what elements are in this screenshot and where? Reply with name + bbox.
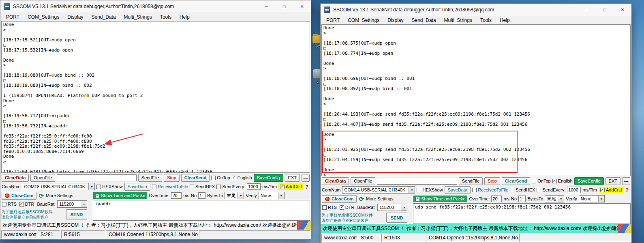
baudrate-select[interactable]: 115200 ▼ [57,200,87,208]
stop-button[interactable]: Stop [484,177,500,185]
hexshow-checkbox[interactable]: HEXShow [417,187,443,192]
more-settings-link[interactable]: More Settings [366,196,394,201]
maximize-button[interactable]: □ [596,4,614,16]
menu-port[interactable]: PORT [322,17,344,23]
save-config-button[interactable]: SaveConfig [574,177,604,185]
bytes-to-select[interactable]: 末尾 ▼ [545,195,564,202]
menu-port[interactable]: PORT [2,14,24,20]
save-data-button[interactable]: SaveData [124,183,150,191]
menu-com-settings[interactable]: COM_Settings [344,17,383,23]
save-data-button[interactable]: SaveData [445,186,471,194]
english-checkbox[interactable]: English [232,175,252,180]
menu-send-data[interactable]: Send_Data [408,17,440,23]
status-website-link[interactable]: www.daxia.com [1,230,37,239]
ontop-checkbox[interactable]: OnTop [532,178,550,183]
menu-tools[interactable]: Tools [156,14,175,20]
send-hex-checkbox[interactable]: SendHEX [510,187,535,192]
collapse-panel-button[interactable]: — [302,174,310,182]
send-file-button[interactable]: SendFile [459,177,483,185]
terminal-output[interactable]: Done > [18:17:15.521]OUT→◇udp open □ [18… [1,21,310,173]
send-button[interactable]: SEND [386,213,407,223]
received-to-file-checkbox[interactable]: ReceivedToFile [472,187,508,192]
titlebar[interactable]: SSCOM V5.13.1 Serial/Net data debugger,A… [321,4,631,16]
bytes-to-select[interactable]: 末尾 ▼ [225,192,244,199]
clear-data-button[interactable]: ClearData [2,174,29,182]
send-input[interactable]: udp send fd35:f22a:f22f:e25:ec09:2198:f8… [413,203,631,224]
send-every-checkbox[interactable]: SendEvery: [216,184,245,189]
clear-send-button[interactable]: ClearSend [502,177,530,185]
bytes-input[interactable] [198,192,205,199]
minimize-button[interactable]: ─ [578,4,596,16]
add-crlf-checkbox[interactable]: AddCrLf [599,187,624,193]
terminal-output[interactable]: Done > [18:17:08.575]OUT→◇udp open □ [18… [321,24,631,176]
send-every-checkbox[interactable]: SendEvery: [537,187,565,192]
show-time-checkbox[interactable]: Show Time and Packe [93,192,147,199]
send-input[interactable]: ipaddr [93,200,310,221]
menu-help[interactable]: Help [496,17,514,23]
refresh-ports-icon[interactable]: ⟳ [359,196,364,202]
baudrate-select[interactable]: 115200 ▼ [377,204,407,211]
close-button[interactable]: ✕ [293,0,311,13]
show-time-checkbox[interactable]: Show Time and Packe [413,196,467,202]
add-crlf-checkbox[interactable]: AddCrLf [278,183,304,190]
menu-send-data[interactable]: Send_Data [88,14,120,20]
verify-select[interactable]: None ▼ [259,192,285,199]
open-file-button[interactable]: OpenFile [351,177,375,185]
rts-checkbox[interactable]: RTS [2,202,17,206]
hexshow-checkbox[interactable]: HEXShow [96,184,122,189]
received-to-file-checkbox[interactable]: ReceivedToFile [152,184,188,189]
ext-button[interactable]: EXT [285,174,300,182]
ad-banner[interactable]: 欢迎使用专业串口调试工具SSCOM ！ 作者：习小猛(丁丁)，大虾电子网版主 最… [321,224,631,233]
minimize-button[interactable]: ─ [257,0,275,13]
ad-banner[interactable]: 欢迎使用专业串口调试工具SSCOM ！ 作者：习小猛(丁丁)，大虾电子网版主 最… [0,221,311,230]
close-com-button[interactable]: CloseCom [322,195,357,203]
collapse-panel-button[interactable]: — [622,177,630,185]
overtime-input[interactable] [171,192,182,199]
send-hex-checkbox[interactable]: SendHEX [190,184,215,189]
stop-button[interactable]: Stop [164,174,180,182]
rts-checkbox[interactable]: RTS [322,205,337,210]
maximize-button[interactable]: □ [275,0,293,13]
menu-com-settings[interactable]: COM_Settings [24,14,63,20]
file-path-input[interactable] [57,174,137,181]
verify-select[interactable]: None ▼ [579,195,605,202]
more-settings-link[interactable]: More Settings [46,193,73,198]
chevron-down-icon: ▼ [278,192,284,199]
status-port-info: COM14 Opened 115200bps,8,1,None,None [426,234,518,242]
send-interval-input[interactable] [567,187,581,193]
clear-data-button[interactable]: ClearData [322,177,349,185]
ontop-checkbox[interactable]: OnTop [211,175,230,180]
overtime-label: OverTime: [469,196,490,201]
close-button[interactable]: ✕ [614,4,631,16]
close-com-button[interactable]: CloseCom [2,192,36,200]
english-label: English [237,175,252,180]
save-config-button[interactable]: SaveConfig [254,174,283,182]
english-checkbox[interactable]: English [552,178,573,183]
ext-button[interactable]: EXT [605,177,620,185]
com-port-select[interactable]: COM18 USB-SERIAL CH340K ▼ [22,183,95,190]
help-icon[interactable]: ? [305,184,308,190]
send-interval-input[interactable] [247,183,261,190]
dtr-checkbox[interactable]: DTR [19,202,34,206]
bytes-input[interactable] [518,196,526,202]
file-path-input[interactable] [377,178,457,185]
send-button[interactable]: SEND [66,209,87,219]
hexshow-label: HEXShow [422,187,443,192]
dtr-checkbox[interactable]: DTR [340,205,355,210]
com-port-select[interactable]: COM14 USB-SERIAL CH340K ▼ [342,186,415,194]
menu-multi-strings[interactable]: Multi_Strings [120,14,156,20]
status-website-link[interactable]: www.daxia.com [321,234,357,242]
menu-multi-strings[interactable]: Multi_Strings [440,17,476,23]
titlebar[interactable]: SSCOM V5.13.1 Serial/Net data debugger,A… [0,0,311,13]
menu-display[interactable]: Display [63,14,87,20]
open-file-button[interactable]: OpenFile [30,174,55,182]
clear-send-button[interactable]: ClearSend [181,174,210,182]
refresh-ports-icon[interactable]: ⟳ [39,193,44,199]
verify-value: None [261,193,276,198]
menu-display[interactable]: Display [383,17,407,23]
menu-help[interactable]: Help [175,14,194,20]
help-icon[interactable]: ? [625,187,629,193]
send-file-button[interactable]: SendFile [138,174,162,182]
overtime-input[interactable] [491,196,502,202]
menu-tools[interactable]: Tools [476,17,496,23]
